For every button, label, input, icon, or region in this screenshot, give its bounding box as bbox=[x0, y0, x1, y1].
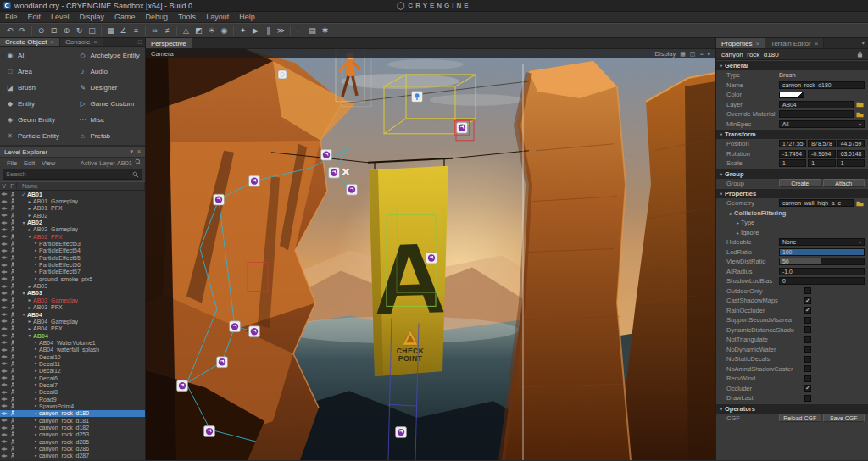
hideable-dropdown[interactable]: None▾ bbox=[779, 238, 865, 246]
property-subgroup[interactable]: ▸ CollisionFiltering bbox=[720, 209, 786, 217]
freeze-icon[interactable] bbox=[8, 247, 17, 253]
freeze-icon[interactable] bbox=[8, 375, 17, 381]
visibility-eye-icon[interactable] bbox=[0, 432, 8, 437]
property-row-occluder[interactable]: Occluder✓ bbox=[716, 384, 868, 394]
ai-physics-icon[interactable]: ✦ bbox=[236, 25, 249, 36]
freeze-icon[interactable] bbox=[8, 198, 17, 204]
panel-options-icon[interactable]: □ bbox=[138, 39, 142, 45]
freeze-icon[interactable] bbox=[8, 283, 17, 289]
tree-row[interactable]: ▸AB04_Gameplay bbox=[0, 318, 145, 325]
color-swatch[interactable] bbox=[779, 92, 804, 98]
visibility-eye-icon[interactable] bbox=[0, 375, 8, 380]
visibility-eye-icon[interactable] bbox=[0, 305, 8, 310]
collapsed-icon[interactable]: ▸ bbox=[26, 305, 33, 310]
create-misc-button[interactable]: ⋯Misc bbox=[73, 112, 146, 128]
visibility-eye-icon[interactable] bbox=[0, 390, 8, 395]
visibility-eye-icon[interactable] bbox=[0, 269, 8, 275]
folder-icon[interactable] bbox=[855, 200, 865, 207]
create-area-button[interactable]: □Area bbox=[0, 64, 73, 80]
freeze-icon[interactable] bbox=[8, 333, 17, 339]
tree-row[interactable]: ●canyon_rock_d253 bbox=[0, 431, 145, 438]
nostaticdecals-checkbox[interactable] bbox=[804, 356, 811, 363]
visibility-eye-icon[interactable] bbox=[0, 340, 8, 345]
snap-angle-icon[interactable]: ∠ bbox=[117, 25, 130, 36]
freeze-icon[interactable] bbox=[8, 219, 17, 225]
freeze-icon[interactable] bbox=[8, 234, 17, 240]
property-row-castshadowmaps[interactable]: CastShadowMaps✓ bbox=[716, 296, 868, 306]
rotation-y-field[interactable]: -0.9694 bbox=[808, 150, 835, 158]
freeze-icon[interactable] bbox=[8, 382, 17, 388]
tree-row[interactable]: ▾AB04 bbox=[0, 332, 145, 339]
section-operators[interactable]: ▾Operators bbox=[716, 403, 868, 414]
freeze-icon[interactable] bbox=[8, 418, 17, 424]
freeze-icon[interactable] bbox=[8, 269, 17, 275]
create-prefab-button[interactable]: ⌂Prefab bbox=[73, 128, 146, 144]
property-row-override-material[interactable]: Override Material bbox=[716, 109, 868, 119]
particle-effect-icon[interactable] bbox=[249, 326, 260, 337]
menu-help[interactable]: Help bbox=[234, 13, 260, 21]
drawlast-checkbox[interactable] bbox=[804, 395, 811, 402]
freeze-icon[interactable] bbox=[8, 403, 17, 409]
property-row-ignore[interactable]: ▸ Ignore bbox=[716, 228, 868, 238]
visibility-eye-icon[interactable] bbox=[0, 206, 8, 211]
visibility-eye-icon[interactable] bbox=[0, 192, 8, 197]
close-icon[interactable]: × bbox=[815, 40, 819, 47]
undo-icon[interactable]: ↶ bbox=[3, 25, 16, 36]
display-list-icon[interactable]: ≡ bbox=[699, 51, 703, 57]
supportsecondvisarea-checkbox[interactable] bbox=[804, 317, 811, 324]
create-button[interactable]: Create bbox=[779, 179, 821, 187]
tree-row[interactable]: ●Decal12 bbox=[0, 368, 145, 375]
property-row-lodratio[interactable]: LodRatio100 bbox=[716, 247, 868, 258]
visibility-eye-icon[interactable] bbox=[0, 319, 8, 324]
position-y-field[interactable]: 878.578 bbox=[808, 140, 835, 147]
collapsed-icon[interactable]: ▸ bbox=[26, 319, 33, 324]
level-explorer-tree[interactable]: ✓AB01▸AB01_Gameplay▸AB01_PFX▸AB02▾AB02▸A… bbox=[0, 191, 145, 460]
visibility-eye-icon[interactable] bbox=[0, 291, 8, 296]
tree-row[interactable]: ●Decal8 bbox=[0, 389, 145, 396]
create-entity-button[interactable]: ◆Entity bbox=[0, 96, 73, 112]
collapsed-icon[interactable]: ▸ bbox=[26, 227, 33, 232]
search-box[interactable] bbox=[3, 169, 142, 180]
checkpoint-banner[interactable]: A CHECK POINT bbox=[369, 166, 448, 376]
display-split-icon[interactable]: ◫ bbox=[690, 51, 696, 58]
tree-row[interactable]: ●ParticleEffect57 bbox=[0, 269, 145, 275]
particle-effect-icon[interactable] bbox=[321, 149, 332, 160]
expanded-icon[interactable]: ▾ bbox=[20, 220, 27, 225]
settings-icon[interactable]: ✱ bbox=[319, 25, 331, 36]
visibility-eye-icon[interactable] bbox=[0, 242, 8, 247]
section-properties[interactable]: ▾Properties bbox=[716, 188, 868, 198]
menu-level[interactable]: Level bbox=[46, 13, 75, 21]
collapsed-icon[interactable]: ▸ bbox=[26, 297, 33, 303]
close-icon[interactable]: × bbox=[50, 38, 54, 46]
tree-row[interactable]: ●canyon_rock_d285 bbox=[0, 438, 145, 445]
position-x-field[interactable]: 1727.55 bbox=[779, 140, 806, 147]
particle-effect-icon[interactable] bbox=[329, 167, 340, 178]
chevron-down-icon[interactable]: ▾ bbox=[707, 51, 710, 58]
visibility-eye-icon[interactable] bbox=[0, 447, 8, 452]
particle-effect-icon[interactable] bbox=[426, 253, 437, 264]
visibility-eye-icon[interactable] bbox=[0, 312, 8, 317]
airadius-field[interactable]: -1.0 bbox=[779, 268, 865, 275]
property-row-rotation[interactable]: Rotation-1.7494-0.969463.0148 bbox=[716, 149, 868, 159]
freeze-icon[interactable] bbox=[8, 262, 17, 268]
visibility-eye-icon[interactable] bbox=[0, 284, 8, 289]
visibility-eye-icon[interactable] bbox=[0, 297, 8, 303]
tab-properties[interactable]: Properties × bbox=[716, 38, 765, 48]
particle-effect-icon[interactable] bbox=[177, 380, 188, 392]
visibility-eye-icon[interactable] bbox=[0, 361, 8, 366]
close-icon[interactable]: × bbox=[137, 148, 141, 155]
camera-icon[interactable]: ◉ bbox=[218, 25, 231, 36]
section-general[interactable]: ▾General bbox=[716, 60, 868, 70]
lock-icon[interactable] bbox=[857, 51, 863, 58]
redo-icon[interactable]: ↷ bbox=[16, 25, 29, 36]
freeze-icon[interactable] bbox=[8, 241, 17, 247]
particle-effect-icon[interactable] bbox=[396, 427, 407, 438]
geometry-field[interactable]: canyon_wall_high_a_c bbox=[779, 199, 854, 207]
visibility-eye-icon[interactable] bbox=[0, 439, 8, 444]
position-z-field[interactable]: 44.6759 bbox=[837, 140, 865, 147]
freeze-icon[interactable] bbox=[8, 205, 17, 211]
freeze-icon[interactable] bbox=[8, 290, 17, 296]
tree-row[interactable]: ●canyon_rock_d181 bbox=[0, 417, 145, 424]
freeze-icon[interactable] bbox=[8, 255, 17, 261]
material-icon[interactable]: ◩ bbox=[192, 25, 205, 36]
